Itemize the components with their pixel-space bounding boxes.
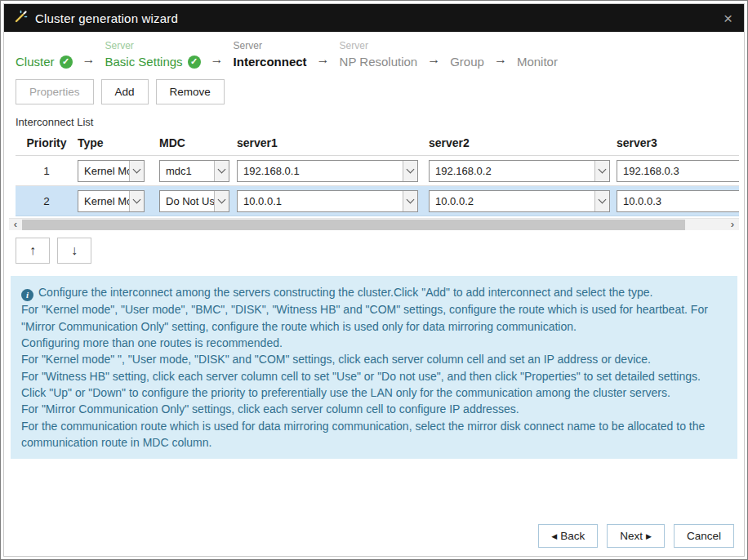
- info-icon: i: [21, 289, 33, 301]
- mdc-select[interactable]: Do Not Us: [159, 190, 229, 212]
- step-arrow-icon: →: [427, 52, 440, 69]
- info-line: For "Kernel mode", "User mode", "BMC", "…: [21, 301, 727, 335]
- cluster-generation-wizard-dialog: Cluster generation wizard × Cluster ✓ → …: [3, 3, 745, 557]
- chevron-down-icon[interactable]: [214, 161, 229, 181]
- step-label: Cluster: [16, 55, 55, 69]
- type-select[interactable]: Kernel Mc: [78, 190, 145, 212]
- move-up-button[interactable]: ↑: [16, 238, 50, 264]
- step-label: Monitor: [517, 55, 558, 69]
- step-sub-label: [517, 40, 558, 53]
- dialog-content: Cluster ✓ → Server Basic Settings ✓ → Se…: [4, 32, 744, 556]
- cancel-button[interactable]: Cancel: [674, 524, 734, 548]
- back-button[interactable]: ◀ Back: [538, 524, 598, 548]
- priority-controls: ↑ ↓: [16, 238, 739, 264]
- priority-value: 1: [16, 165, 78, 177]
- step-sub-label: Server: [105, 40, 201, 53]
- step-interconnect[interactable]: Server Interconnect: [234, 40, 307, 69]
- step-arrow-icon: →: [317, 52, 330, 69]
- wand-icon: [14, 10, 28, 27]
- server3-select[interactable]: 192.168.0.3: [617, 160, 739, 182]
- remove-button[interactable]: Remove: [156, 79, 225, 104]
- next-triangle-icon: ▶: [646, 532, 652, 540]
- toolbar: Properties Add Remove: [16, 79, 739, 104]
- check-icon: ✓: [60, 56, 73, 69]
- horizontal-scrollbar[interactable]: ‹ ›: [9, 218, 739, 230]
- scrollbar-thumb[interactable]: [22, 220, 685, 230]
- table-row[interactable]: 1 Kernel Mc mdc1: [16, 156, 739, 186]
- column-header-server2: server2: [429, 136, 617, 149]
- chevron-down-icon[interactable]: [594, 191, 609, 211]
- step-label: Interconnect: [234, 55, 307, 69]
- step-label: Group: [450, 55, 484, 69]
- cancel-button-label: Cancel: [687, 530, 721, 542]
- interconnect-list-title: Interconnect List: [16, 116, 739, 128]
- next-button[interactable]: Next ▶: [607, 524, 665, 548]
- column-header-type: Type: [78, 136, 159, 149]
- chevron-down-icon[interactable]: [214, 191, 229, 211]
- interconnect-table: Priority Type MDC server1 server2 server…: [16, 133, 739, 216]
- close-icon[interactable]: ×: [722, 11, 734, 26]
- down-arrow-icon: ↓: [71, 243, 78, 258]
- step-sub-label: Server: [340, 40, 418, 53]
- step-basic-settings[interactable]: Server Basic Settings ✓: [105, 40, 201, 69]
- chevron-down-icon[interactable]: [594, 161, 609, 181]
- chevron-down-icon[interactable]: [129, 191, 144, 211]
- server1-select[interactable]: 10.0.0.1: [237, 190, 418, 212]
- table-row[interactable]: 2 Kernel Mc Do Not Us: [16, 186, 739, 216]
- back-triangle-icon: ◀: [551, 532, 557, 540]
- info-line: Configure the interconnect among the ser…: [38, 286, 652, 299]
- step-cluster[interactable]: Cluster ✓: [16, 40, 73, 69]
- server2-select[interactable]: 192.168.0.2: [429, 160, 610, 182]
- column-header-priority: Priority: [16, 136, 78, 149]
- info-line: Click "Up" or "Down" to configure the pr…: [21, 384, 727, 401]
- step-group: Group: [450, 40, 484, 69]
- server1-select[interactable]: 192.168.0.1: [237, 160, 418, 182]
- chevron-down-icon[interactable]: [403, 161, 417, 181]
- column-header-server3: server3: [617, 136, 739, 149]
- table-header-row: Priority Type MDC server1 server2 server…: [16, 133, 739, 156]
- server2-select[interactable]: 10.0.0.2: [429, 190, 610, 212]
- chevron-down-icon[interactable]: [129, 161, 144, 181]
- column-header-mdc: MDC: [159, 136, 237, 149]
- info-line: For "Mirror Communication Only" settings…: [21, 401, 727, 417]
- info-line: For "Witness HB" setting, click each ser…: [21, 368, 727, 384]
- step-arrow-icon: →: [494, 52, 507, 69]
- priority-value: 2: [16, 195, 78, 207]
- move-down-button[interactable]: ↓: [57, 238, 91, 264]
- back-button-label: Back: [560, 530, 585, 542]
- scroll-right-icon[interactable]: ›: [726, 220, 739, 229]
- step-sub-label: Server: [234, 40, 307, 53]
- step-monitor: Monitor: [517, 40, 558, 69]
- step-label: NP Resolution: [340, 55, 418, 69]
- column-header-server1: server1: [237, 136, 429, 149]
- info-box: iConfigure the interconnect among the se…: [11, 276, 737, 459]
- add-button[interactable]: Add: [101, 79, 149, 104]
- title-bar: Cluster generation wizard ×: [4, 4, 744, 32]
- next-button-label: Next: [620, 530, 643, 542]
- info-line: For the communication route which is use…: [21, 418, 727, 451]
- footer-buttons: ◀ Back Next ▶ Cancel: [9, 514, 739, 556]
- wizard-stepper: Cluster ✓ → Server Basic Settings ✓ → Se…: [9, 32, 739, 69]
- type-select[interactable]: Kernel Mc: [78, 160, 145, 182]
- step-arrow-icon: →: [82, 52, 96, 69]
- scroll-left-icon[interactable]: ‹: [9, 220, 22, 229]
- dialog-frame: Cluster generation wizard × Cluster ✓ → …: [0, 0, 748, 560]
- mdc-select[interactable]: mdc1: [159, 160, 229, 182]
- info-line: Configuring more than one routes is reco…: [21, 335, 727, 351]
- server3-select[interactable]: 10.0.0.3: [617, 190, 739, 212]
- step-np-resolution: Server NP Resolution: [340, 40, 418, 69]
- step-label: Basic Settings: [105, 55, 183, 69]
- check-icon: ✓: [188, 56, 201, 69]
- up-arrow-icon: ↑: [29, 243, 36, 258]
- step-sub-label: [450, 40, 484, 53]
- step-sub-label: [16, 40, 73, 53]
- step-arrow-icon: →: [211, 52, 224, 69]
- properties-button[interactable]: Properties: [16, 79, 94, 104]
- window-title: Cluster generation wizard: [35, 11, 178, 25]
- info-line: For "Kernel mode" ", "User mode, "DISK" …: [21, 351, 727, 367]
- chevron-down-icon[interactable]: [403, 191, 417, 211]
